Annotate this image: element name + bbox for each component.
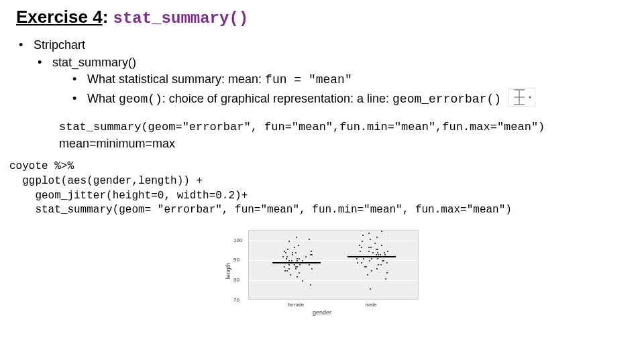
chart-point <box>309 264 310 265</box>
chart-point <box>284 266 285 267</box>
chart-xtick: male <box>365 302 376 308</box>
bullet-stat-summary: •stat_summary() <box>38 54 637 70</box>
chart-point <box>309 239 310 240</box>
chart-container: length gender 708090100femalemale <box>221 227 423 314</box>
chart-point <box>292 254 293 255</box>
chart-point <box>370 239 371 240</box>
example-note: mean=minimum=max <box>59 135 637 152</box>
chart-point <box>376 237 378 238</box>
chart-point <box>378 264 379 265</box>
code-block: coyote %>% ggplot(aes(gender,length)) + … <box>9 160 644 217</box>
chart-point <box>286 258 287 259</box>
chart-ylabel: length <box>225 263 231 280</box>
content-area: •Stripchart •stat_summary() •What statis… <box>0 30 644 152</box>
chart-point <box>386 272 388 274</box>
chart-mean-line <box>272 262 321 263</box>
chart-point <box>288 241 290 242</box>
chart-point <box>356 258 358 259</box>
chart-point <box>376 268 378 269</box>
chart-point <box>299 258 300 259</box>
chart-point <box>368 233 370 234</box>
chart-point <box>357 262 358 263</box>
chart-point <box>383 260 384 261</box>
chart-point <box>287 249 288 250</box>
chart-point <box>366 266 367 267</box>
chart-point <box>282 256 284 257</box>
chart-point <box>368 247 370 248</box>
chart-point <box>295 252 297 253</box>
errorbar-icon <box>508 88 535 111</box>
chart-point <box>286 256 288 257</box>
chart-point <box>310 284 311 286</box>
chart-point <box>295 266 297 267</box>
chart-point <box>291 260 292 261</box>
example-block: stat_summary(geom="errorbar", fun="mean"… <box>59 120 637 152</box>
bullet-mean: •What statistical summary: mean: fun = "… <box>72 71 637 88</box>
chart-point <box>302 260 303 261</box>
chart-point <box>299 264 301 265</box>
geom-text-a: What <box>87 92 119 105</box>
chart-point <box>377 258 378 259</box>
stat-summary-text: stat_summary() <box>52 56 136 69</box>
chart-point <box>370 288 371 290</box>
chart-point <box>284 251 285 252</box>
chart-point <box>380 254 381 255</box>
chart-ytick: 70 <box>233 296 239 302</box>
chart-point <box>286 270 288 272</box>
chart-point <box>297 260 298 261</box>
chart-point <box>299 272 300 274</box>
chart-point <box>370 247 372 248</box>
chart-mean-line <box>347 256 396 257</box>
mean-text-a: What statistical summary: mean: <box>87 72 265 86</box>
chart-point <box>367 274 368 276</box>
bullet-geom: •What geom(): choice of graphical repres… <box>72 88 637 111</box>
chart-point <box>311 254 313 255</box>
chart-point <box>384 252 385 253</box>
chart-ytick: 100 <box>233 237 242 243</box>
geom-text-c: : choice of graphical representation: a … <box>162 92 392 105</box>
chart-point <box>297 258 298 259</box>
chart-point <box>285 252 286 253</box>
chart-point <box>294 247 295 248</box>
example-code: stat_summary(geom="errorbar", fun="mean"… <box>59 120 637 135</box>
chart-point <box>362 241 363 242</box>
chart-point <box>292 252 293 253</box>
chart-point <box>297 266 298 267</box>
chart-point <box>305 256 307 257</box>
chart-point <box>374 243 376 244</box>
page-title: Exercise 4: stat_summary() <box>0 0 644 30</box>
chart-point <box>288 268 290 269</box>
chart-xlabel: gender <box>221 309 423 316</box>
stripchart-text: Stripchart <box>34 38 85 52</box>
chart-point <box>302 280 303 282</box>
chart-point <box>297 276 298 278</box>
chart-point <box>311 251 312 252</box>
chart-point <box>378 254 379 255</box>
chart-point <box>360 251 361 252</box>
exercise-label: Exercise 4 <box>16 7 103 27</box>
chart-xtick: female <box>288 302 304 308</box>
chart-point <box>369 260 370 261</box>
chart-point <box>386 262 388 263</box>
chart-point <box>368 251 370 252</box>
chart-point <box>361 262 362 263</box>
chart-point <box>298 245 299 246</box>
chart-point <box>288 264 290 265</box>
geom-text-b: geom() <box>119 93 162 106</box>
chart-point <box>381 245 382 246</box>
chart-point <box>296 237 297 238</box>
chart-point <box>371 258 372 259</box>
svg-point-5 <box>529 96 531 98</box>
chart-point <box>363 258 364 259</box>
chart-ytick: 90 <box>233 257 239 263</box>
chart-point <box>377 249 378 250</box>
mean-text-b: fun = "mean" <box>265 73 352 86</box>
geom-text-d: geom_errorbar() <box>392 93 501 106</box>
chart-point <box>295 268 297 269</box>
chart-point <box>387 251 388 252</box>
chart-point <box>380 264 382 265</box>
chart-point <box>371 270 372 272</box>
chart-point <box>288 260 290 261</box>
bullet-stripchart: •Stripchart <box>19 37 637 53</box>
chart-point <box>377 252 378 253</box>
